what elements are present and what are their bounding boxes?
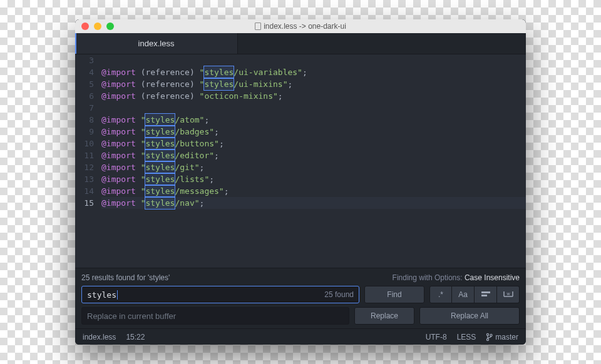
line-number: 9 [75,126,94,138]
svg-point-5 [490,334,492,336]
find-options-label: Finding with Options: Case Insensitive [393,273,520,282]
whole-word-icon: w [503,291,513,298]
find-option-toggles: .* Aa w [429,286,520,303]
line-number: 5 [75,78,94,90]
close-window-button[interactable] [81,23,89,30]
find-button[interactable]: Find [364,286,424,303]
code-line[interactable]: @import (reference) "styles/ui-mixins"; [101,78,526,90]
line-number: 13 [75,173,94,185]
code-line[interactable] [101,54,526,66]
find-results-count: 25 results found for 'styles' [81,273,170,282]
code-line[interactable]: @import "styles/lists"; [101,173,526,185]
status-cursor-position[interactable]: 15:22 [126,333,145,341]
line-number: 14 [75,185,94,197]
replace-placeholder: Replace in current buffer [87,311,176,321]
code-line[interactable]: @import (reference) "styles/ui-variables… [101,66,526,78]
code-line[interactable]: @import "styles/editor"; [101,149,526,161]
tab-label: index.less [138,39,175,48]
code-line[interactable] [101,102,526,114]
minimize-window-button[interactable] [94,23,101,30]
selection-icon [481,291,490,298]
find-input[interactable]: styles 25 found [81,286,359,303]
line-number-gutter: 3456789101112131415 [75,54,101,268]
svg-point-3 [487,333,489,335]
code-line[interactable]: @import "styles/nav"; [101,197,526,209]
code-line[interactable]: @import "styles/messages"; [101,185,526,197]
svg-rect-0 [481,291,490,293]
zoom-window-button[interactable] [106,23,114,30]
find-query-text: styles [87,290,118,300]
status-bar: index.less 15:22 UTF-8 LESS master [75,328,526,345]
whole-word-toggle[interactable]: w [497,286,520,303]
find-and-replace-panel: 25 results found for 'styles' Finding wi… [75,268,526,328]
code-line[interactable]: @import (reference) "octicon-mixins"; [101,90,526,102]
line-number: 7 [75,102,94,114]
window-title: index.less -> one-dark-ui [264,22,346,31]
replace-button[interactable]: Replace [354,307,414,325]
line-number: 15 [75,197,94,209]
code-line[interactable]: @import "styles/badges"; [101,126,526,138]
code-line[interactable]: @import "styles/git"; [101,161,526,173]
replace-all-button[interactable]: Replace All [419,307,520,325]
replace-input[interactable]: Replace in current buffer [81,307,349,325]
file-icon [255,23,261,30]
tab-bar: index.less [75,33,526,54]
status-git-branch[interactable]: master [486,333,518,341]
code-line[interactable]: @import "styles/atom"; [101,114,526,126]
code-area[interactable]: @import (reference) "styles/ui-variables… [101,54,526,268]
line-number: 6 [75,90,94,102]
status-grammar[interactable]: LESS [457,333,476,341]
svg-text:w: w [506,291,510,296]
line-number: 11 [75,149,94,161]
line-number: 8 [75,114,94,126]
line-number: 12 [75,161,94,173]
editor-window: index.less -> one-dark-ui index.less 345… [75,19,526,345]
line-number: 4 [75,66,94,78]
regex-toggle[interactable]: .* [429,286,452,303]
status-file-name[interactable]: index.less [83,333,116,341]
line-number: 3 [75,54,94,66]
find-match-count: 25 found [324,290,354,299]
find-status-row: 25 results found for 'styles' Finding wi… [81,273,520,282]
case-sensitive-toggle[interactable]: Aa [452,286,475,303]
selection-only-toggle[interactable] [475,286,497,303]
code-line[interactable]: @import "styles/buttons"; [101,138,526,149]
traffic-lights [81,23,114,30]
git-branch-icon [486,333,493,341]
svg-rect-1 [481,295,487,296]
line-number: 10 [75,138,94,149]
tab-index-less[interactable]: index.less [75,33,238,54]
svg-point-4 [487,338,489,340]
titlebar: index.less -> one-dark-ui [75,19,526,33]
status-encoding[interactable]: UTF-8 [426,333,447,341]
text-editor[interactable]: 3456789101112131415 @import (reference) … [75,54,526,268]
